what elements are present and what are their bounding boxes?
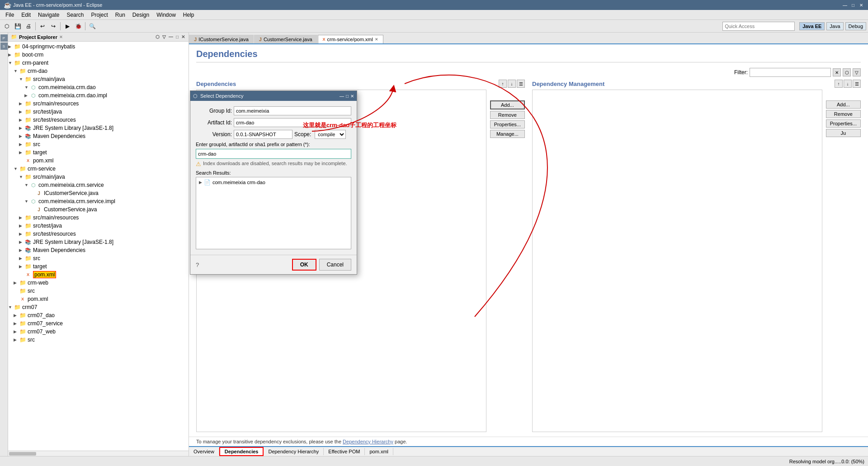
menu-design[interactable]: Design <box>129 11 153 19</box>
tab-customerservice[interactable]: J CustomerService.java <box>254 35 317 43</box>
tree-item[interactable]: ▶📁src <box>8 254 189 262</box>
dialog-search-input[interactable] <box>196 149 351 159</box>
tree-item[interactable]: ▶📁crm-web <box>8 279 189 287</box>
deps-up-btn[interactable]: ↑ <box>499 80 507 88</box>
dep-mgmt-remove-btn[interactable]: Remove <box>826 110 861 118</box>
tree-item[interactable]: ▼📁src/main/java <box>8 173 189 181</box>
tree-item[interactable]: ▶📚Maven Dependencies <box>8 246 189 254</box>
tree-item[interactable]: ▼⬡com.meimeixia.crm.service.impl <box>8 197 189 205</box>
bottom-tab-hierarchy[interactable]: Dependency Hierarchy <box>264 448 324 455</box>
titlebar-controls[interactable]: — □ ✕ <box>842 2 864 8</box>
toolbar-undo[interactable]: ↩ <box>38 21 47 31</box>
tree-item[interactable]: Xpom.xml <box>8 271 189 279</box>
tree-item[interactable]: ▶⬡com.meimeixia.crm.dao.impl <box>8 91 189 100</box>
bottom-tab-dependencies[interactable]: Dependencies <box>219 447 264 456</box>
pe-collapse-btn[interactable]: ⬡ <box>155 34 160 40</box>
tree-item[interactable]: ▼⬡com.meimeixia.crm.service <box>8 181 189 189</box>
tree-item[interactable]: JCustomerService.java <box>8 205 189 214</box>
tree-item[interactable]: ▶📚Maven Dependencies <box>8 132 189 140</box>
tree-item[interactable]: ▶📁boot-crm <box>8 51 189 59</box>
dialog-scope-select[interactable]: compile provided runtime test system <box>315 130 346 139</box>
deps-down-btn[interactable]: ↓ <box>508 80 516 88</box>
dep-mgmt-menu-btn[interactable]: ☰ <box>853 80 861 88</box>
perspective-debug[interactable]: Debug <box>845 22 866 30</box>
tree-item[interactable]: ▶📁src/test/java <box>8 222 189 230</box>
menu-window[interactable]: Window <box>153 11 179 19</box>
toolbar-new[interactable]: ⬡ <box>2 21 12 31</box>
tree-item[interactable]: ▼📁crm07 <box>8 303 189 311</box>
tree-item[interactable]: ▶📁target <box>8 148 189 157</box>
filter-clear-btn[interactable]: ✕ <box>833 68 841 76</box>
toolbar-print[interactable]: 🖨 <box>24 21 33 31</box>
tree-item[interactable]: ▼📁crm-service <box>8 165 189 173</box>
tree-item[interactable]: ▼📁crm-parent <box>8 59 189 67</box>
bottom-tab-effective[interactable]: Effective POM <box>324 448 365 455</box>
result-item-0[interactable]: ▶ 📄 com.meimeixia crm-dao <box>197 178 350 186</box>
dep-mgmt-up-btn[interactable]: ↑ <box>835 80 843 88</box>
close-btn[interactable]: ✕ <box>858 2 864 8</box>
dep-mgmt-properties-btn[interactable]: Properties... <box>826 119 861 128</box>
minimize-btn[interactable]: — <box>842 2 848 8</box>
quickaccess-input[interactable] <box>722 22 795 31</box>
dep-hierarchy-link[interactable]: Dependency Hierarchy <box>343 439 393 444</box>
dep-mgmt-table[interactable] <box>532 90 822 432</box>
tree-item[interactable]: Xpom.xml <box>8 157 189 165</box>
side-icon-2[interactable]: S <box>0 43 8 50</box>
tree-item[interactable]: 📁src <box>8 287 189 295</box>
tab-pom-xml[interactable]: X crm-service/pom.xml ✕ <box>318 35 383 43</box>
dialog-ok-btn[interactable]: OK <box>292 259 316 271</box>
dialog-maximize-btn[interactable]: □ <box>346 94 349 99</box>
bottom-tab-overview[interactable]: Overview <box>189 448 219 455</box>
deps-remove-btn[interactable]: Remove <box>490 111 525 119</box>
tree-item[interactable]: Xpom.xml <box>8 295 189 303</box>
tree-item[interactable]: ▶📁src/test/resources <box>8 116 189 124</box>
side-icon-1[interactable]: P <box>0 34 8 42</box>
tab-close-btn[interactable]: ✕ <box>375 37 378 42</box>
perspective-javaee[interactable]: Java EE <box>799 22 825 30</box>
pe-scrollbar-x[interactable] <box>8 451 189 456</box>
dialog-artifactid-input[interactable] <box>234 118 351 127</box>
tree-item[interactable]: ▶📚JRE System Library [JavaSE-1.8] <box>8 238 189 246</box>
menu-edit[interactable]: Edit <box>18 11 34 19</box>
tree-item[interactable]: ▶📁src/test/java <box>8 108 189 116</box>
pe-tree[interactable]: ▶📁04-springmvc-mybatis▶📁boot-crm▼📁crm-pa… <box>8 42 189 451</box>
menu-navigate[interactable]: Navigate <box>34 11 63 19</box>
tree-item[interactable]: ▶📁src/test/resources <box>8 230 189 238</box>
menu-run[interactable]: Run <box>112 11 129 19</box>
toolbar-debug[interactable]: 🐞 <box>73 21 83 31</box>
tree-item[interactable]: ▶📁04-springmvc-mybatis <box>8 43 189 51</box>
filter-expand-btn[interactable]: ⬡ <box>843 68 851 76</box>
dep-mgmt-ju-btn[interactable]: Ju <box>826 129 861 137</box>
deps-add-btn[interactable]: Add... <box>490 100 525 109</box>
deps-menu-btn[interactable]: ☰ <box>517 80 525 88</box>
tree-item[interactable]: ▶📁crm07_service <box>8 319 189 328</box>
dialog-help-btn[interactable]: ? <box>196 262 199 268</box>
tree-item[interactable]: ▼📁crm-dao <box>8 67 189 75</box>
menu-help[interactable]: Help <box>179 11 198 19</box>
bottom-tab-pom[interactable]: pom.xml <box>365 448 393 455</box>
tree-item[interactable]: ▶📁crm07_web <box>8 328 189 336</box>
pe-menu-btn[interactable]: ▽ <box>161 34 167 40</box>
tree-item[interactable]: ▶📁src <box>8 140 189 148</box>
dialog-results-box[interactable]: ▶ 📄 com.meimeixia crm-dao <box>196 177 351 249</box>
tab-icustomerservice[interactable]: J ICustomerService.java <box>189 35 254 43</box>
dialog-minimize-btn[interactable]: — <box>340 94 344 99</box>
toolbar-run[interactable]: ▶ <box>62 21 72 31</box>
pe-max-btn[interactable]: □ <box>175 34 179 40</box>
perspective-java[interactable]: Java <box>826 22 843 30</box>
pe-header-controls[interactable]: ⬡ ▽ — □ ✕ <box>155 34 186 40</box>
dep-mgmt-down-btn[interactable]: ↓ <box>844 80 852 88</box>
scrollbar-thumb-x[interactable] <box>9 452 36 456</box>
tree-item[interactable]: ▼⬡com.meimeixia.crm.dao <box>8 83 189 91</box>
filter-input[interactable] <box>750 68 831 77</box>
deps-manage-btn[interactable]: Manage... <box>490 130 525 138</box>
dialog-cancel-btn[interactable]: Cancel <box>319 259 351 271</box>
tree-item[interactable]: ▶📁src <box>8 336 189 344</box>
dep-mgmt-add-btn[interactable]: Add... <box>826 100 861 109</box>
menu-project[interactable]: Project <box>87 11 111 19</box>
tree-item[interactable]: JICustomerService.java <box>8 189 189 197</box>
toolbar-redo[interactable]: ↪ <box>48 21 58 31</box>
tree-item[interactable]: ▼📁src/main/java <box>8 75 189 83</box>
tree-item[interactable]: ▶📁src/main/resources <box>8 100 189 108</box>
pe-close-btn[interactable]: ✕ <box>180 34 186 40</box>
